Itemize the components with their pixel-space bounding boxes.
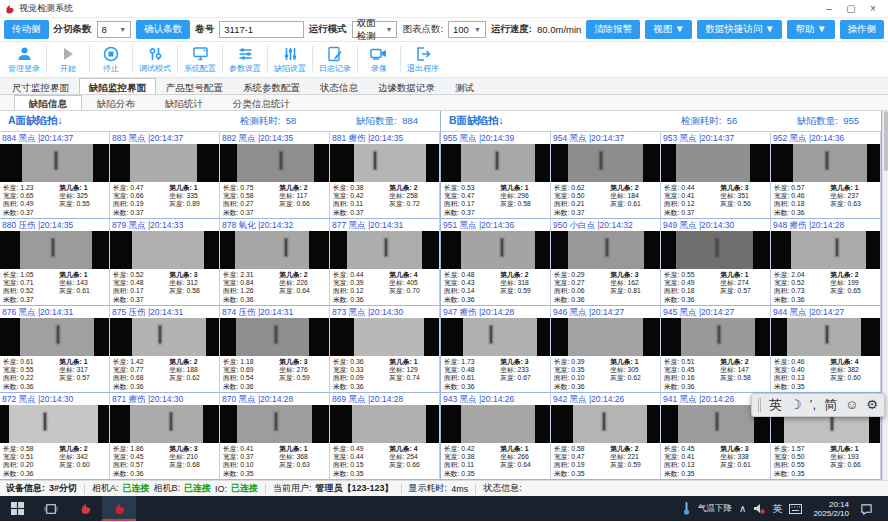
minimize-button[interactable]: – xyxy=(818,1,840,17)
maximize-button[interactable]: ▢ xyxy=(840,1,862,17)
defect-cell[interactable]: 949 黑点 |20:14:30长度: 0.55宽度: 0.49面积: 0.18… xyxy=(661,219,771,306)
defect-cell[interactable]: 946 黑点 |20:14:27长度: 0.39宽度: 0.35面积: 0.10… xyxy=(551,306,661,393)
defect-cell[interactable]: 942 黑点 |20:14:26长度: 0.58宽度: 0.47面积: 0.19… xyxy=(551,393,661,480)
ime-lang-toggle[interactable]: 英 xyxy=(769,394,782,416)
action-stop[interactable]: 停止 xyxy=(90,42,132,77)
taskbar-clock[interactable]: 20:14 2025/2/10 xyxy=(809,500,853,518)
panel-b-count: 缺陷数量: 955 xyxy=(797,115,859,128)
defect-cell[interactable]: 869 黑点 |20:14:28长度: 0.49宽度: 0.44面积: 0.15… xyxy=(330,393,440,480)
close-button[interactable]: × xyxy=(862,1,884,17)
defect-image xyxy=(661,144,770,182)
defect-area: 面积: 0.52 xyxy=(3,287,59,295)
action-monitor[interactable]: 系统配置 xyxy=(178,42,222,77)
defect-cell[interactable]: 955 黑点 |20:14:39长度: 0.53宽度: 0.47面积: 0.17… xyxy=(441,132,551,219)
help-menu-button[interactable]: 帮助 ▼ xyxy=(787,20,834,39)
run-mode-select[interactable]: 双面检测▼ xyxy=(352,21,398,38)
defect-metrics-right: 第几条: 4坐标: 405灰度: 0.70 xyxy=(389,271,437,305)
action-tune[interactable]: 调试模式 xyxy=(133,42,177,77)
view-menu-button[interactable]: 视图 ▼ xyxy=(645,20,692,39)
defect-cell[interactable]: 943 黑点 |20:14:26长度: 0.42宽度: 0.38面积: 0.11… xyxy=(441,393,551,480)
operator-side-button[interactable]: 操作侧 xyxy=(840,20,885,39)
defect-cell[interactable]: 880 压伤 |20:14:35长度: 1.05宽度: 0.71面积: 0.52… xyxy=(0,219,110,306)
sub-tab-1[interactable]: 缺陷分布 xyxy=(82,95,150,110)
defect-gray: 灰度: 0.70 xyxy=(389,287,437,295)
defect-cell-header: 950 小白点 |20:14:32 xyxy=(551,219,660,231)
ime-punctuation-icon[interactable]: ’, xyxy=(810,394,817,416)
action-sliders[interactable]: 参数设置 xyxy=(223,42,267,77)
defect-cell[interactable]: 879 黑点 |20:14:33长度: 0.52宽度: 0.48面积: 0.17… xyxy=(110,219,220,306)
main-tab-0[interactable]: 尺寸监控界面 xyxy=(2,78,79,94)
roll-no-input[interactable]: 3117-1 xyxy=(219,21,303,38)
tray-expand-caret[interactable]: ∧ xyxy=(739,503,746,514)
scrollbar-thumb[interactable] xyxy=(884,111,888,171)
defect-cell[interactable]: 878 氧化 |20:14:32长度: 2.31宽度: 0.84面积: 1.26… xyxy=(220,219,330,306)
defect-meter: 米数: 0.37 xyxy=(3,296,59,304)
notification-center-icon[interactable] xyxy=(860,503,873,515)
start-button[interactable] xyxy=(0,496,34,521)
ime-halfwidth-moon-icon[interactable]: ☽ xyxy=(790,394,802,416)
defect-cell[interactable]: 881 擦伤 |20:14:35长度: 0.38宽度: 0.42面积: 0.11… xyxy=(330,132,440,219)
task-view-button[interactable] xyxy=(34,496,68,521)
defect-cell[interactable]: 877 黑点 |20:14:31长度: 0.44宽度: 0.39面积: 0.12… xyxy=(330,219,440,306)
defect-cell[interactable]: 871 擦伤 |20:14:30长度: 1.86宽度: 0.45面积: 0.57… xyxy=(110,393,220,480)
main-tab-2[interactable]: 产品型号配置 xyxy=(156,78,233,94)
defect-cell[interactable]: 870 黑点 |20:14:28长度: 0.41宽度: 0.37面积: 0.10… xyxy=(220,393,330,480)
action-play[interactable]: 开始 xyxy=(47,42,89,77)
defect-cell[interactable]: 876 黑点 |20:14:31长度: 0.61宽度: 0.55面积: 0.22… xyxy=(0,306,110,393)
defect-cell[interactable]: 875 压伤 |20:14:31长度: 1.42宽度: 0.77面积: 0.68… xyxy=(110,306,220,393)
action-exit[interactable]: 退出程序 xyxy=(401,42,445,77)
defect-cell[interactable]: 872 黑点 |20:14:30长度: 0.58宽度: 0.51面积: 0.20… xyxy=(0,393,110,480)
main-tab-4[interactable]: 状态信息 xyxy=(310,78,368,94)
sub-tab-0[interactable]: 缺陷信息 xyxy=(14,95,82,110)
defect-cell[interactable]: 948 擦伤 |20:14:28长度: 2.04宽度: 0.52面积: 0.73… xyxy=(771,219,881,306)
weather-ticker[interactable]: 气温下降 xyxy=(698,503,732,515)
defect-info: 长度: 1.18宽度: 0.69面积: 0.54米数: 0.36第几条: 3坐标… xyxy=(220,356,329,392)
touch-keyboard-icon[interactable] xyxy=(789,504,802,514)
defect-cell[interactable]: 883 黑点 |20:14:37长度: 0.47宽度: 0.66面积: 0.19… xyxy=(110,132,220,219)
defect-cell[interactable]: 944 黑点 |20:14:27长度: 0.46宽度: 0.40面积: 0.13… xyxy=(771,306,881,393)
action-user[interactable]: 管理登录 xyxy=(2,42,46,77)
thermometer-icon[interactable] xyxy=(682,502,691,515)
taskbar-app-icon[interactable] xyxy=(68,496,102,521)
defect-mark xyxy=(490,326,492,343)
defect-meter: 米数: 0.35 xyxy=(333,470,389,478)
defect-cell[interactable]: 954 黑点 |20:14:37长度: 0.62宽度: 0.50面积: 0.21… xyxy=(551,132,661,219)
defect-coordinate: 坐标: 143 xyxy=(59,279,107,287)
clear-alarm-button[interactable]: 清除报警 xyxy=(586,20,640,39)
action-log[interactable]: 日志记录 xyxy=(313,42,357,77)
chart-points-select[interactable]: 100▼ xyxy=(448,21,486,38)
vertical-scrollbar[interactable] xyxy=(882,111,888,480)
confirm-count-button[interactable]: 确认条数 xyxy=(136,20,190,39)
ime-drag-handle[interactable] xyxy=(758,398,761,412)
chevron-down-icon: ▼ xyxy=(114,26,126,33)
drive-side-button[interactable]: 传动侧 xyxy=(4,20,49,39)
slit-count-select[interactable]: 8▼ xyxy=(97,21,132,38)
defect-cell[interactable]: 945 黑点 |20:14:27长度: 0.51宽度: 0.45面积: 0.16… xyxy=(661,306,771,393)
main-tab-6[interactable]: 测试 xyxy=(445,78,484,94)
defect-cell[interactable]: 882 黑点 |20:14:35长度: 0.75宽度: 0.58面积: 0.27… xyxy=(220,132,330,219)
action-filters[interactable]: 缺陷设置 xyxy=(268,42,312,77)
defect-cell[interactable]: 950 小白点 |20:14:32长度: 0.29宽度: 0.27面积: 0.0… xyxy=(551,219,661,306)
ime-mode-indicator[interactable]: 英 xyxy=(772,502,782,516)
action-camera[interactable]: 录像 xyxy=(358,42,400,77)
sub-tab-3[interactable]: 分类信息统计 xyxy=(218,95,305,110)
main-tab-1[interactable]: 缺陷监控界面 xyxy=(79,78,156,94)
main-tab-3[interactable]: 系统参数配置 xyxy=(233,78,310,94)
ime-simplified-toggle[interactable]: 简 xyxy=(824,394,837,416)
taskbar-active-app[interactable] xyxy=(102,496,136,521)
defect-cell[interactable]: 951 黑点 |20:14:36长度: 0.48宽度: 0.43面积: 0.14… xyxy=(441,219,551,306)
defect-cell[interactable]: 953 黑点 |20:14:37长度: 0.44宽度: 0.41面积: 0.12… xyxy=(661,132,771,219)
ime-settings-gear-icon[interactable]: ⚙ xyxy=(866,394,878,416)
defect-cell[interactable]: 873 黑点 |20:14:30长度: 0.36宽度: 0.33面积: 0.09… xyxy=(330,306,440,393)
volume-badge-icon[interactable] xyxy=(753,503,765,514)
ime-emoji-icon[interactable]: ☺ xyxy=(845,394,858,416)
defect-cell[interactable]: 947 擦伤 |20:14:28长度: 1.73宽度: 0.48面积: 0.61… xyxy=(441,306,551,393)
main-tab-5[interactable]: 边缘数据记录 xyxy=(368,78,445,94)
data-quick-access-menu-button[interactable]: 数据快捷访问 ▼ xyxy=(697,20,782,39)
defect-metrics-right: 第几条: 1坐标: 317灰度: 0.57 xyxy=(59,358,107,392)
defect-meter: 米数: 0.36 xyxy=(664,296,720,304)
defect-cell[interactable]: 952 黑点 |20:14:36长度: 0.57宽度: 0.46面积: 0.18… xyxy=(771,132,881,219)
defect-cell[interactable]: 884 黑点 |20:14:37长度: 1.23宽度: 0.65面积: 0.49… xyxy=(0,132,110,219)
sub-tab-2[interactable]: 缺陷统计 xyxy=(150,95,218,110)
defect-cell[interactable]: 874 压伤 |20:14:31长度: 1.18宽度: 0.69面积: 0.54… xyxy=(220,306,330,393)
